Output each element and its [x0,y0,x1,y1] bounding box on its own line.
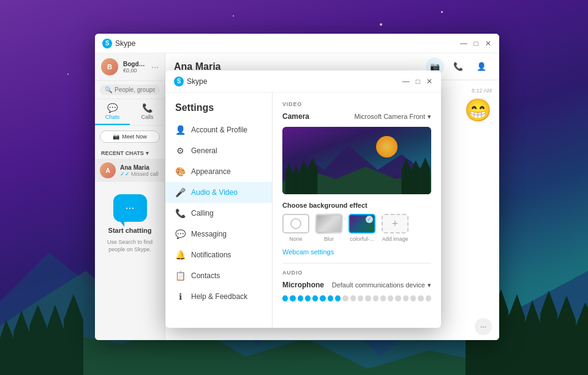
recent-chats-header: RECENT CHATS ▾ [95,148,165,159]
none-thumb [282,214,309,233]
blur-label: Blur [324,236,334,242]
search-input[interactable] [115,86,155,93]
mic-dot-15 [388,295,393,301]
settings-nav-contacts[interactable]: 📋 Contacts [165,265,272,286]
settings-nav-calling[interactable]: 📞 Calling [165,203,272,224]
appearance-label: Appearance [191,167,231,176]
none-circle [290,218,301,229]
chat-preview: ✓✓ Missed call [120,171,160,177]
microphone-value: Default communications device [332,281,425,289]
colorful-label: colorful-... [350,236,374,242]
audio-video-label: Audio & Video [191,188,238,197]
settings-nav-account[interactable]: 👤 Account & Profile [165,119,272,140]
messaging-icon: 💬 [175,229,185,239]
bg-effect-add[interactable]: + Add image [382,214,409,242]
search-icon: 🔍 [105,86,112,93]
camera-preview [282,127,431,194]
settings-body: Settings 👤 Account & Profile ⚙ General 🎨… [165,93,441,328]
voice-call-button[interactable]: 📞 [449,58,467,76]
svg-marker-24 [421,157,431,194]
camera-value: Microsoft Camera Front [354,113,425,120]
settings-heading: Settings [165,99,272,119]
chats-icon: 💬 [107,103,118,113]
meet-now-button[interactable]: 📷 Meet Now [100,131,160,143]
account-label: Account & Profile [191,126,247,134]
skype-title: Skype [115,39,135,48]
settings-maximize-button[interactable]: □ [416,77,420,86]
meet-now-label: Meet Now [122,134,147,140]
mic-dot-2 [290,295,295,301]
chat-bubble-icon: ··· [113,194,147,222]
star [441,11,443,13]
audio-section: AUDIO Microphone Default communications … [282,263,431,301]
help-label: Help & Feedback [191,292,247,301]
add-person-button[interactable]: 👤 [472,58,491,76]
settings-nav-messaging[interactable]: 💬 Messaging [165,224,272,244]
star [67,74,69,75]
bg-effect-none[interactable]: None [282,214,309,242]
settings-logo-area: S Skype [174,77,207,86]
bg-effects-label: Choose background effect [282,202,431,209]
start-chatting-subtitle: Use Search to find people on Skype. [101,239,159,253]
emoji-content: 😁 [464,97,492,123]
bg-effect-blur[interactable]: Blur [315,214,342,242]
user-credits: €0,00 [123,67,146,74]
sidebar: B Bogdan Popa €0,00 ··· 🔍 💬 Chats [95,53,165,340]
sidebar-item-chats[interactable]: 💬 Chats [95,99,130,125]
sidebar-item-calls[interactable]: 📞 Calls [130,99,165,125]
mic-dot-16 [395,295,401,301]
add-label: Add image [382,236,408,242]
star [380,23,382,26]
camera-row: Camera Microsoft Camera Front ▾ [282,112,431,121]
mic-dot-8 [335,295,341,301]
settings-close-button[interactable]: ✕ [426,77,432,86]
maximize-button[interactable]: □ [472,40,480,47]
search-area: 🔍 [95,81,165,99]
user-more-button[interactable]: ··· [151,62,159,72]
microphone-label: Microphone [282,281,332,289]
recent-chats-label: RECENT CHATS [101,150,144,156]
settings-modal: S Skype — □ ✕ Settings 👤 Account & Profi… [165,70,441,328]
settings-nav: Settings 👤 Account & Profile ⚙ General 🎨… [165,93,273,328]
phone-icon: 📞 [453,62,463,71]
audio-video-icon: 🎤 [175,188,185,197]
mic-chevron-icon: ▾ [428,281,431,289]
search-wrap: 🔍 [100,85,160,95]
settings-win-controls: — □ ✕ [402,77,432,86]
settings-skype-icon: S [174,77,184,86]
notifications-label: Notifications [191,251,231,259]
user-profile-row[interactable]: B Bogdan Popa €0,00 ··· [95,53,165,81]
star [233,15,234,17]
mic-dot-4 [305,295,311,301]
help-icon: ℹ [175,292,185,301]
general-icon: ⚙ [175,146,185,156]
chat-list-item[interactable]: A Ana Maria ✓✓ Missed call [95,159,165,182]
messaging-label: Messaging [191,230,227,238]
microphone-row: Microphone Default communications device… [282,281,431,289]
settings-nav-help[interactable]: ℹ Help & Feedback [165,286,272,307]
settings-nav-notifications[interactable]: 🔔 Notifications [165,244,272,265]
camera-label: Camera [282,112,354,121]
settings-nav-audio-video[interactable]: 🎤 Audio & Video [165,182,272,203]
more-options-button[interactable]: ··· [475,318,492,335]
skype-logo-area: S Skype [102,39,135,48]
bg-effect-colorful[interactable]: colorful-... [349,214,375,242]
sidebar-nav: 💬 Chats 📞 Calls [95,99,165,126]
webcam-settings-link[interactable]: Webcam settings [282,248,431,256]
start-chatting-area: ··· Start chatting Use Search to find pe… [95,182,165,265]
none-label: None [289,236,303,242]
settings-nav-general[interactable]: ⚙ General [165,140,272,161]
minimize-button[interactable]: — [460,40,467,47]
settings-nav-appearance[interactable]: 🎨 Appearance [165,161,272,182]
video-icon: 📷 [430,62,440,71]
camera-select[interactable]: Microsoft Camera Front ▾ [354,113,431,121]
chats-label: Chats [105,114,120,120]
mic-dot-14 [380,295,386,301]
microphone-select[interactable]: Default communications device ▾ [332,281,431,289]
close-button[interactable]: ✕ [484,40,492,47]
contacts-label: Contacts [191,271,220,280]
chat-item-info: Ana Maria ✓✓ Missed call [120,164,160,177]
settings-content: VIDEO Camera Microsoft Camera Front ▾ [273,93,441,328]
mic-dot-1 [282,295,288,301]
settings-minimize-button[interactable]: — [402,77,410,86]
